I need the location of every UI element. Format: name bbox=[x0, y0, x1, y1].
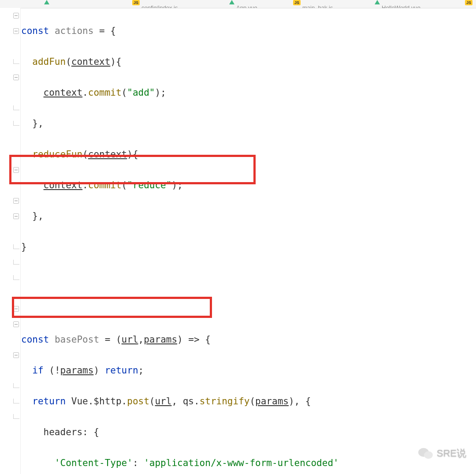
fold-end-icon bbox=[13, 244, 19, 249]
tab-item[interactable]: JSconfig/index.js bbox=[132, 0, 178, 8]
code-line[interactable]: addFun(context){ bbox=[21, 54, 476, 70]
code-body[interactable]: const actions = { addFun(context){ conte… bbox=[21, 8, 476, 474]
tab-label: config/index.js bbox=[141, 0, 178, 8]
fold-end-icon bbox=[13, 399, 19, 403]
gutter[interactable] bbox=[0, 8, 21, 474]
vue-icon bbox=[229, 0, 234, 4]
code-line[interactable]: }, bbox=[21, 116, 476, 131]
code-line[interactable]: reduceFun(context){ bbox=[21, 147, 476, 162]
js-icon: JS bbox=[132, 0, 140, 5]
code-line[interactable]: if (!params) return; bbox=[21, 363, 476, 378]
code-line[interactable]: const actions = { bbox=[21, 23, 476, 39]
editor-tabs[interactable]: JSconfig/index.js App.vue JSmain_bak.js … bbox=[0, 0, 476, 8]
tab-item[interactable]: App.vue bbox=[229, 0, 257, 8]
fold-icon[interactable] bbox=[13, 28, 19, 34]
fold-end-icon bbox=[13, 414, 19, 419]
tab-item[interactable]: JSmain_bak.js bbox=[293, 0, 333, 8]
fold-icon[interactable] bbox=[13, 75, 19, 80]
tab-item[interactable]: HelloWorld.vue bbox=[375, 0, 420, 8]
code-line[interactable]: context.commit("reduce"); bbox=[21, 178, 476, 193]
fold-icon[interactable] bbox=[13, 213, 19, 219]
fold-end-icon bbox=[13, 383, 19, 388]
fold-end-icon bbox=[13, 121, 19, 126]
tab-item[interactable] bbox=[44, 0, 49, 8]
tab-label: main_bak.js bbox=[302, 0, 333, 8]
vue-icon bbox=[44, 0, 49, 4]
code-line[interactable]: const basePost = (url,params) => { bbox=[21, 332, 476, 347]
tab-label: App.vue bbox=[236, 0, 257, 8]
code-line[interactable] bbox=[21, 270, 476, 286]
js-icon: JS bbox=[465, 0, 472, 5]
vue-icon bbox=[375, 0, 380, 4]
code-line[interactable]: }, bbox=[21, 209, 476, 224]
fold-icon[interactable] bbox=[13, 306, 19, 312]
fold-icon[interactable] bbox=[13, 13, 19, 19]
code-line[interactable]: return Vue.$http.post(url, qs.stringify(… bbox=[21, 394, 476, 409]
code-line[interactable]: } bbox=[21, 239, 476, 255]
tab-item[interactable]: JS bbox=[465, 0, 472, 8]
tab-label: HelloWorld.vue bbox=[382, 0, 420, 8]
fold-icon[interactable] bbox=[13, 198, 19, 204]
fold-end-icon bbox=[13, 260, 19, 265]
code-line[interactable]: headers: { bbox=[21, 425, 476, 440]
fold-end-icon bbox=[13, 105, 19, 110]
js-icon: JS bbox=[293, 0, 301, 5]
fold-end-icon bbox=[13, 59, 19, 64]
code-line[interactable] bbox=[21, 301, 476, 317]
code-line[interactable]: context.commit("add"); bbox=[21, 85, 476, 101]
fold-icon[interactable] bbox=[13, 352, 19, 358]
code-line[interactable]: 'Content-Type': 'application/x-www-form-… bbox=[21, 455, 476, 471]
fold-icon[interactable] bbox=[13, 167, 19, 173]
fold-icon[interactable] bbox=[13, 321, 19, 327]
fold-end-icon bbox=[13, 275, 19, 280]
code-editor[interactable]: JSconfig/index.js App.vue JSmain_bak.js … bbox=[0, 0, 476, 474]
